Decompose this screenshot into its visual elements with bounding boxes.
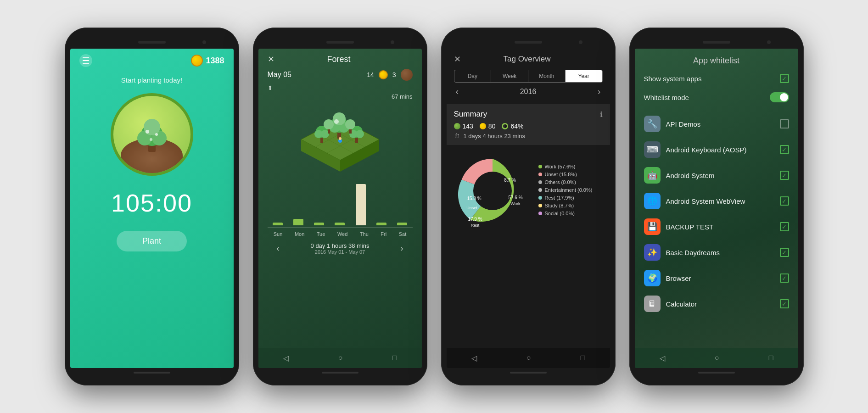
tree-illustration <box>134 114 170 156</box>
show-system-apps-checkbox[interactable]: ✓ <box>780 74 789 83</box>
app-row-android-system[interactable]: 🤖 Android System ✓ <box>635 162 798 188</box>
time-row: ⏱ 1 days 4 hours 23 mins <box>454 133 603 140</box>
svg-point-32 <box>345 119 355 129</box>
tag-overview-screen: ✕ Tag Overview Day Week Month Year ‹ 201… <box>447 49 610 368</box>
android-keyboard-icon: ⌨ <box>644 141 661 158</box>
browser-checkbox[interactable]: ✓ <box>780 273 789 283</box>
android-keyboard-checkbox[interactable]: ✓ <box>780 145 789 154</box>
share-icon[interactable]: ⬆ <box>258 83 422 93</box>
p3-header: ✕ Tag Overview <box>447 49 610 70</box>
legend-label-others: Others (0.0%) <box>545 179 576 185</box>
app-row-android-keyboard[interactable]: ⌨ Android Keyboard (AOSP) ✓ <box>635 137 798 162</box>
legend-unset: Unset (15.8%) <box>538 172 605 177</box>
android-system-checkbox[interactable]: ✓ <box>780 171 789 180</box>
home-button-4[interactable]: ○ <box>715 354 719 362</box>
tree-icon-2 <box>401 69 413 81</box>
legend-area: Work (57.6%) Unset (15.8%) Others (0.0%)… <box>538 164 605 218</box>
app-row-calculator[interactable]: 🖩 Calculator ✓ <box>635 291 798 317</box>
legend-label-entertainment: Entertainment (0.0%) <box>545 187 593 193</box>
close-icon-2[interactable]: ✕ <box>268 54 274 64</box>
label-tue: Tue <box>317 231 325 237</box>
app-row-webview[interactable]: 🌐 Android System WebView ✓ <box>635 188 798 214</box>
bar-thu-fill <box>356 184 366 225</box>
camera-4 <box>767 40 771 44</box>
donut-chart: 8.7 % 15.8 % Unset 17.9 % Rest 57.6 % Wo… <box>451 150 534 232</box>
android-system-icon: 🤖 <box>644 167 661 184</box>
nav-bar-4: ◁ ○ □ <box>635 348 798 368</box>
svg-point-19 <box>333 112 346 125</box>
recents-button-4[interactable]: □ <box>769 354 773 362</box>
home-indicator-4 <box>698 372 735 374</box>
calculator-icon: 🖩 <box>644 296 661 312</box>
phone-top-1 <box>70 36 234 49</box>
whitelist-toggle[interactable] <box>770 92 789 102</box>
back-button-2[interactable]: ◁ <box>283 354 289 363</box>
webview-name: Android System WebView <box>666 197 774 205</box>
phone-1: 1388 Start planting today! <box>65 28 239 385</box>
camera-3 <box>579 40 582 44</box>
legend-rest: Rest (17.9%) <box>538 195 605 201</box>
legend-social: Social (0.0%) <box>538 211 605 216</box>
summary-title: Summary <box>454 110 487 119</box>
api-demos-checkbox[interactable] <box>780 119 789 128</box>
speaker-2 <box>326 41 354 44</box>
info-icon[interactable]: ℹ <box>600 110 603 119</box>
tab-day[interactable]: Day <box>454 70 492 82</box>
legend-label-unset: Unset (15.8%) <box>545 172 577 177</box>
recents-button-3[interactable]: □ <box>581 354 585 362</box>
donut-area: 8.7 % 15.8 % Unset 17.9 % Rest 57.6 % Wo… <box>447 145 610 234</box>
svg-text:17.9 %: 17.9 % <box>468 217 482 222</box>
phone-4: App whitelist Show system apps ✓ Whiteli… <box>629 28 804 385</box>
period-time: 0 day 1 hours 38 mins <box>311 242 370 249</box>
api-demos-name: API Demos <box>666 120 774 128</box>
prev-year[interactable]: ‹ <box>456 86 459 97</box>
calculator-checkbox[interactable]: ✓ <box>780 299 789 308</box>
legend-label-social: Social (0.0%) <box>545 211 575 216</box>
plant-button[interactable]: Plant <box>117 231 187 251</box>
svg-point-5 <box>146 130 149 134</box>
home-button-2[interactable]: ○ <box>338 354 343 362</box>
webview-checkbox[interactable]: ✓ <box>780 196 789 206</box>
home-button-3[interactable]: ○ <box>526 354 531 362</box>
prev-period[interactable]: ‹ <box>277 244 280 253</box>
nav-bar-3: ◁ ○ □ <box>447 348 610 368</box>
app-row-daydreams[interactable]: ✨ Basic Daydreams ✓ <box>635 240 798 265</box>
stat-success: 64% <box>502 123 523 130</box>
trees-dot <box>454 123 460 129</box>
show-system-apps-row[interactable]: Show system apps ✓ <box>635 69 798 88</box>
next-year[interactable]: › <box>598 86 601 97</box>
app-row-backup[interactable]: 💾 BACKUP TEST ✓ <box>635 214 798 240</box>
summary-title-row: Summary ℹ <box>454 110 603 119</box>
app-row-api-demos[interactable]: 🔧 API Demos <box>635 111 798 137</box>
start-planting-subtitle: Start planting today! <box>121 76 182 84</box>
close-icon-3[interactable]: ✕ <box>454 54 461 64</box>
bar-tue <box>314 223 324 225</box>
date-row: May 05 14 3 <box>258 67 422 83</box>
back-button-3[interactable]: ◁ <box>471 354 477 363</box>
label-sun: Sun <box>274 231 283 237</box>
forest-svg <box>287 105 393 176</box>
next-period[interactable]: › <box>401 244 403 253</box>
tab-year[interactable]: Year <box>566 70 602 82</box>
backup-name: BACKUP TEST <box>666 223 774 231</box>
whitelist-mode-label: Whitelist mode <box>644 94 689 101</box>
recents-button-2[interactable]: □ <box>392 354 397 362</box>
svg-point-20 <box>334 119 339 124</box>
time-display-2: 67 mins <box>258 93 422 104</box>
browser-icon: 🌍 <box>644 270 661 286</box>
legend-dot-study <box>538 204 542 207</box>
backup-checkbox[interactable]: ✓ <box>780 222 789 231</box>
daydreams-checkbox[interactable]: ✓ <box>780 248 789 257</box>
whitelist-mode-row[interactable]: Whitelist mode <box>635 88 798 107</box>
app-row-browser[interactable]: 🌍 Browser ✓ <box>635 265 798 291</box>
bar-sun-fill <box>273 223 283 225</box>
tab-month[interactable]: Month <box>528 70 566 82</box>
legend-work: Work (57.6%) <box>538 164 605 169</box>
menu-icon[interactable] <box>79 54 92 67</box>
trees-count: 14 <box>367 71 374 78</box>
stats-row: 14 3 <box>367 69 412 81</box>
back-button-4[interactable]: ◁ <box>660 354 665 363</box>
label-wed: Wed <box>337 231 347 237</box>
svg-text:15.8 %: 15.8 % <box>467 196 481 201</box>
tab-week[interactable]: Week <box>491 70 528 82</box>
